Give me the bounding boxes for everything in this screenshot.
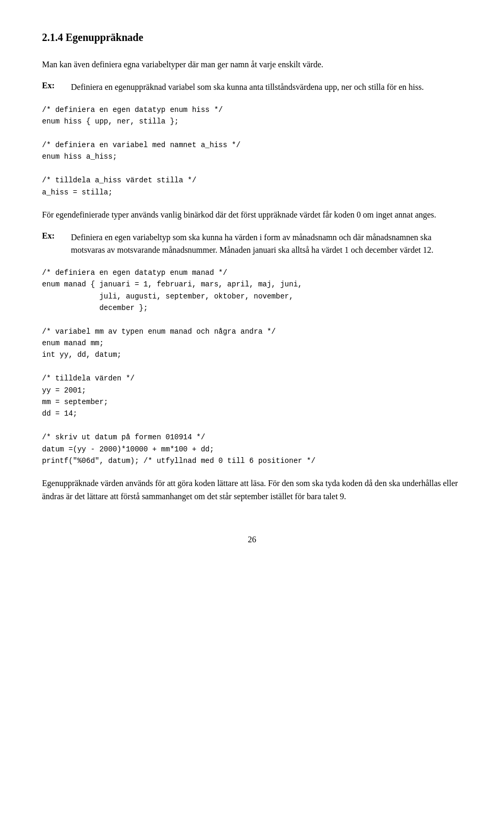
page-content: 2.1.4 Egenuppräknade Man kan även defini… xyxy=(42,32,462,544)
example1-text: Definiera en egenuppräknad variabel som … xyxy=(71,81,462,94)
section-heading: 2.1.4 Egenuppräknade xyxy=(42,32,462,44)
example2-block: Ex: Definiera en egen variabeltyp som sk… xyxy=(42,231,462,256)
para1: För egendefinierade typer används vanlig… xyxy=(42,209,462,222)
example2-label: Ex: xyxy=(42,231,71,256)
page-number: 26 xyxy=(42,535,462,544)
example1-label: Ex: xyxy=(42,81,71,94)
code-block-2: /* definiera en egen datatyp enum manad … xyxy=(42,267,462,467)
intro-paragraph: Man kan även definiera egna variabeltype… xyxy=(42,58,462,71)
example2-text: Definiera en egen variabeltyp som ska ku… xyxy=(71,231,462,256)
code-block-1: /* definiera en egen datatyp enum hiss *… xyxy=(42,104,462,198)
closing-paragraph: Egenuppräknade värden används för att gö… xyxy=(42,477,462,503)
example1-block: Ex: Definiera en egenuppräknad variabel … xyxy=(42,81,462,94)
